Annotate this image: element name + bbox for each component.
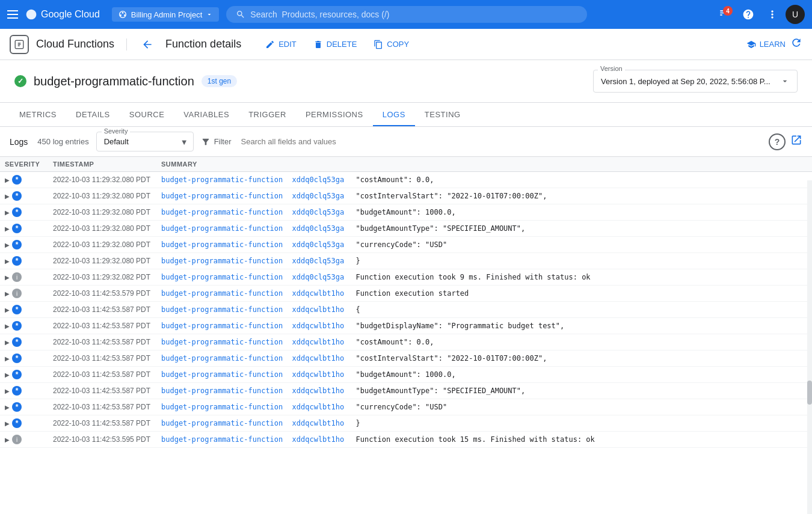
function-link[interactable]: budget-programmatic-function: [161, 257, 283, 265]
expand-button[interactable]: ▶: [5, 323, 10, 329]
exec-id[interactable]: xddq0clq53ga: [292, 208, 345, 216]
table-row[interactable]: ▶ 2022-10-03 11:29:32.080 PDT budget-pro…: [0, 253, 812, 269]
learn-button[interactable]: LEARN: [746, 40, 786, 49]
tab-testing[interactable]: TESTING: [415, 103, 470, 126]
expand-button[interactable]: ▶: [5, 355, 10, 362]
tab-metrics[interactable]: METRICS: [10, 103, 66, 126]
table-row[interactable]: ▶ 2022-10-03 11:42:53.587 PDT budget-pro…: [0, 415, 812, 432]
function-link[interactable]: budget-programmatic-function: [161, 224, 283, 233]
exec-id[interactable]: xddqcwlbt1ho: [292, 387, 345, 395]
exec-id[interactable]: xddqcwlbt1ho: [292, 338, 345, 346]
user-avatar[interactable]: U: [786, 5, 805, 24]
table-row[interactable]: ▶ i 2022-10-03 11:29:32.082 PDT budget-p…: [0, 269, 812, 286]
hamburger-menu[interactable]: [7, 10, 18, 19]
function-link[interactable]: budget-programmatic-function: [161, 435, 283, 444]
tab-trigger[interactable]: TRIGGER: [239, 103, 296, 126]
edit-button[interactable]: EDIT: [258, 36, 304, 53]
tab-details[interactable]: DETAILS: [66, 103, 120, 126]
search-bar[interactable]: [226, 6, 587, 23]
function-link[interactable]: budget-programmatic-function: [161, 289, 283, 298]
expand-button[interactable]: ▶: [5, 274, 10, 281]
expand-button[interactable]: ▶: [5, 193, 10, 200]
help-icon[interactable]: [737, 4, 759, 25]
function-link[interactable]: budget-programmatic-function: [161, 387, 283, 395]
table-row[interactable]: ▶ 2022-10-03 11:42:53.587 PDT budget-pro…: [0, 399, 812, 415]
exec-id[interactable]: xddq0clq53ga: [292, 257, 345, 265]
table-row[interactable]: ▶ 2022-10-03 11:29:32.080 PDT budget-pro…: [0, 188, 812, 204]
table-row[interactable]: ▶ 2022-10-03 11:29:32.080 PDT budget-pro…: [0, 204, 812, 221]
exec-id[interactable]: xddq0clq53ga: [292, 192, 345, 200]
copy-button[interactable]: COPY: [366, 36, 416, 53]
expand-button[interactable]: ▶: [5, 258, 10, 265]
exec-id[interactable]: xddqcwlbt1ho: [292, 354, 345, 363]
expand-button[interactable]: ▶: [5, 420, 10, 427]
scrollbar-thumb[interactable]: [807, 381, 812, 405]
table-row[interactable]: ▶ i 2022-10-03 11:42:53.579 PDT budget-p…: [0, 286, 812, 302]
expand-button[interactable]: ▶: [5, 177, 10, 183]
exec-id[interactable]: xddqcwlbt1ho: [292, 435, 345, 444]
tab-logs[interactable]: LOGS: [373, 103, 415, 126]
search-input[interactable]: [250, 10, 577, 19]
function-link[interactable]: budget-programmatic-function: [161, 354, 283, 363]
expand-button[interactable]: ▶: [5, 225, 10, 232]
exec-id[interactable]: xddqcwlbt1ho: [292, 403, 345, 411]
exec-id[interactable]: xddqcwlbt1ho: [292, 322, 345, 330]
exec-id[interactable]: xddq0clq53ga: [292, 176, 345, 184]
function-link[interactable]: budget-programmatic-function: [161, 240, 283, 249]
tab-permissions[interactable]: PERMISSIONS: [296, 103, 373, 126]
more-options-icon[interactable]: [761, 4, 783, 25]
function-link[interactable]: budget-programmatic-function: [161, 305, 283, 314]
severity-filter[interactable]: Severity Default DEBUG INFO WARNING ERRO…: [96, 132, 194, 151]
severity-select[interactable]: Default DEBUG INFO WARNING ERROR CRITICA…: [97, 132, 193, 151]
expand-button[interactable]: ▶: [5, 209, 10, 216]
version-selector[interactable]: Version Version 1, deployed at Sep 20, 2…: [593, 70, 798, 93]
table-row[interactable]: ▶ 2022-10-03 11:42:53.587 PDT budget-pro…: [0, 350, 812, 367]
scrollbar[interactable]: [807, 180, 812, 448]
exec-id[interactable]: xddq0clq53ga: [292, 240, 345, 249]
version-dropdown[interactable]: Version 1, deployed at Sep 20, 2022, 5:5…: [593, 70, 798, 93]
table-row[interactable]: ▶ i 2022-10-03 11:42:53.595 PDT budget-p…: [0, 432, 812, 448]
expand-button[interactable]: ▶: [5, 436, 10, 443]
exec-id[interactable]: xddq0clq53ga: [292, 224, 345, 233]
table-row[interactable]: ▶ 2022-10-03 11:42:53.587 PDT budget-pro…: [0, 318, 812, 334]
function-link[interactable]: budget-programmatic-function: [161, 176, 283, 184]
refresh-button[interactable]: [790, 37, 802, 52]
expand-button[interactable]: ▶: [5, 290, 10, 297]
expand-button[interactable]: ▶: [5, 372, 10, 378]
expand-button[interactable]: ▶: [5, 307, 10, 313]
tab-variables[interactable]: VARIABLES: [174, 103, 239, 126]
filter-button[interactable]: Filter: [201, 137, 232, 147]
function-link[interactable]: budget-programmatic-function: [161, 419, 283, 427]
notifications-icon[interactable]: 4: [713, 4, 735, 25]
function-link[interactable]: budget-programmatic-function: [161, 370, 283, 379]
function-link[interactable]: budget-programmatic-function: [161, 338, 283, 346]
log-search-input[interactable]: [239, 135, 761, 148]
table-row[interactable]: ▶ 2022-10-03 11:29:32.080 PDT budget-pro…: [0, 237, 812, 253]
expand-button[interactable]: ▶: [5, 339, 10, 346]
expand-button[interactable]: ▶: [5, 388, 10, 394]
table-row[interactable]: ▶ 2022-10-03 11:42:53.587 PDT budget-pro…: [0, 367, 812, 383]
back-button[interactable]: [139, 36, 156, 53]
function-link[interactable]: budget-programmatic-function: [161, 273, 283, 281]
exec-id[interactable]: xddqcwlbt1ho: [292, 370, 345, 379]
exec-id[interactable]: xddqcwlbt1ho: [292, 419, 345, 427]
table-row[interactable]: ▶ 2022-10-03 11:42:53.587 PDT budget-pro…: [0, 334, 812, 350]
function-link[interactable]: budget-programmatic-function: [161, 192, 283, 200]
table-row[interactable]: ▶ 2022-10-03 11:42:53.587 PDT budget-pro…: [0, 383, 812, 399]
function-link[interactable]: budget-programmatic-function: [161, 322, 283, 330]
project-selector[interactable]: Billing Admin Project: [112, 7, 220, 22]
exec-id[interactable]: xddqcwlbt1ho: [292, 289, 345, 298]
expand-button[interactable]: ▶: [5, 404, 10, 411]
expand-button[interactable]: ▶: [5, 242, 10, 248]
open-in-new-icon[interactable]: [790, 134, 802, 149]
help-circle-icon[interactable]: ?: [769, 133, 786, 150]
function-link[interactable]: budget-programmatic-function: [161, 208, 283, 216]
table-row[interactable]: ▶ 2022-10-03 11:29:32.080 PDT budget-pro…: [0, 221, 812, 237]
exec-id[interactable]: xddq0clq53ga: [292, 273, 345, 281]
table-row[interactable]: ▶ 2022-10-03 11:42:53.587 PDT budget-pro…: [0, 302, 812, 318]
exec-id[interactable]: xddqcwlbt1ho: [292, 305, 345, 314]
function-link[interactable]: budget-programmatic-function: [161, 403, 283, 411]
delete-button[interactable]: DELETE: [306, 36, 364, 53]
table-row[interactable]: ▶ 2022-10-03 11:29:32.080 PDT budget-pro…: [0, 172, 812, 188]
tab-source[interactable]: SOURCE: [120, 103, 174, 126]
